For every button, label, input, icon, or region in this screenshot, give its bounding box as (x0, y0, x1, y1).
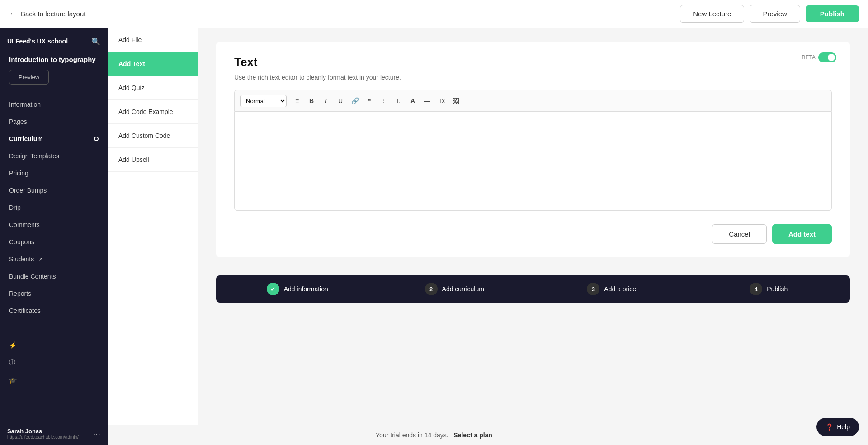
sidebar-item-label: Reports (9, 290, 31, 297)
sidebar-nav-item-students[interactable]: Students ↗ (0, 251, 108, 268)
back-button[interactable]: ← Back to lecture layout (9, 9, 673, 19)
bullet-list-button[interactable]: ⁝ (377, 94, 391, 108)
help-button[interactable]: ❓ Help (816, 418, 859, 436)
quote-button[interactable]: ❝ (363, 94, 376, 108)
sidebar-item-label: Students (9, 256, 34, 263)
content-subtitle: Use the rich text editor to cleanly form… (234, 74, 832, 81)
underline-button[interactable]: U (334, 94, 347, 108)
sidebar-nav-item-bundle-contents[interactable]: Bundle Contents (0, 268, 108, 285)
new-lecture-button[interactable]: New Lecture (680, 5, 744, 23)
step-3-circle: 3 (587, 283, 599, 295)
sidebar-nav-item-drip[interactable]: Drip (0, 199, 108, 216)
step-1-label: Add information (284, 285, 328, 293)
step-2: 2 Add curriculum (376, 283, 533, 295)
format-select[interactable]: Normal Heading 1 Heading 2 Heading 3 Blo… (240, 95, 287, 107)
beta-toggle-switch[interactable] (818, 52, 836, 62)
step-1-circle: ✓ (267, 283, 279, 295)
sidebar-item-label: Information (9, 101, 41, 108)
add-custom-code-item[interactable]: Add Custom Code (108, 124, 198, 148)
sidebar-nav-item-certificates[interactable]: Certificates (0, 302, 108, 319)
step-4: 4 Publish (690, 283, 848, 295)
code-button[interactable]: Tx (435, 94, 448, 108)
sidebar-header: UI Feed's UX school 🔍 (0, 28, 108, 50)
step-2-circle: 2 (425, 283, 438, 295)
step-1: ✓ Add information (219, 283, 376, 295)
step-3-label: Add a price (604, 285, 636, 293)
italic-button[interactable]: I (319, 94, 333, 108)
sidebar-nav-item-comments[interactable]: Comments (0, 216, 108, 233)
preview-button[interactable]: Preview (750, 5, 800, 23)
sidebar-item-label: Bundle Contents (9, 273, 56, 280)
content-area: BETA Text Use the rich text editor to cl… (198, 28, 868, 425)
external-link-icon: ↗ (38, 256, 42, 262)
beta-toggle[interactable]: BETA (802, 52, 836, 62)
sidebar-item-label: Certificates (9, 307, 41, 314)
lightning-icon: ⚡ (9, 341, 17, 349)
sidebar-item-label: Comments (9, 221, 40, 228)
sidebar-nav-item-pricing[interactable]: Pricing (0, 165, 108, 182)
steps-bar: ✓ Add information 2 Add curriculum 3 Add… (216, 275, 850, 303)
sidebar-item-label: Drip (9, 204, 21, 211)
user-name: Sarah Jonas (7, 428, 79, 435)
user-menu-icon[interactable]: ⋯ (93, 430, 100, 438)
editor-body[interactable] (234, 111, 832, 211)
select-plan-link[interactable]: Select a plan (453, 431, 492, 439)
sidebar-nav-item-information[interactable]: Information (0, 96, 108, 113)
align-button[interactable]: ≡ (290, 94, 304, 108)
add-upsell-item[interactable]: Add Upsell (108, 148, 198, 172)
sidebar-nav-help[interactable]: ⓘ (0, 354, 108, 372)
back-arrow-icon: ← (9, 9, 17, 19)
sidebar-item-label: Pages (9, 118, 27, 125)
step-4-label: Publish (767, 285, 788, 293)
card-actions: Cancel Add text (234, 224, 832, 244)
bold-button[interactable]: B (305, 94, 318, 108)
sidebar-item-label: Curriculum (9, 135, 43, 142)
sidebar-preview-button[interactable]: Preview (9, 70, 49, 85)
step-3: 3 Add a price (533, 283, 690, 295)
back-label: Back to lecture layout (21, 10, 85, 18)
numbered-list-button[interactable]: Ⅰ. (392, 94, 405, 108)
add-panel: Add File Add Text Add Quiz Add Code Exam… (108, 28, 198, 425)
sidebar-nav-item-design-templates[interactable]: Design Templates (0, 147, 108, 165)
sidebar: UI Feed's UX school 🔍 Introduction to ty… (0, 28, 108, 425)
step-4-circle: 4 (750, 283, 762, 295)
user-bar: Sarah Jonas https://uifeed.teachable.com… (0, 422, 108, 445)
user-url: https://uifeed.teachable.com/admin/ (7, 435, 79, 440)
cancel-button[interactable]: Cancel (712, 224, 767, 244)
add-file-item[interactable]: Add File (108, 28, 198, 52)
help-label: Help (837, 423, 850, 431)
font-color-button[interactable]: A (406, 94, 420, 108)
main-layout: UI Feed's UX school 🔍 Introduction to ty… (0, 28, 868, 425)
topbar-actions: New Lecture Preview Publish (680, 5, 859, 23)
sidebar-nav-item-curriculum[interactable]: Curriculum (0, 130, 108, 147)
graduation-icon: 🎓 (9, 377, 17, 384)
image-button[interactable]: 🖼 (449, 94, 463, 108)
sidebar-nav-item-reports[interactable]: Reports (0, 285, 108, 302)
sidebar-nav-item-coupons[interactable]: Coupons (0, 233, 108, 251)
sidebar-nav-graduation[interactable]: 🎓 (0, 372, 108, 389)
search-icon[interactable]: 🔍 (91, 37, 100, 46)
active-dot-icon (94, 137, 99, 141)
publish-button[interactable]: Publish (806, 5, 859, 22)
trial-text: Your trial ends in 14 days. (376, 431, 448, 439)
sidebar-item-label: Coupons (9, 238, 34, 246)
sidebar-nav-item-pages[interactable]: Pages (0, 113, 108, 130)
trial-bar: Your trial ends in 14 days. Select a pla… (0, 425, 868, 445)
beta-label: BETA (802, 54, 816, 61)
help-icon: ❓ (826, 423, 833, 431)
sidebar-item-label: Pricing (9, 170, 28, 177)
help-circle-icon: ⓘ (9, 359, 15, 367)
add-text-item[interactable]: Add Text (108, 52, 198, 76)
topbar: ← Back to lecture layout New Lecture Pre… (0, 0, 868, 28)
link-button[interactable]: 🔗 (348, 94, 362, 108)
content-title: Text (234, 55, 832, 69)
add-text-button[interactable]: Add text (772, 224, 832, 244)
hr-button[interactable]: — (420, 94, 434, 108)
sidebar-item-label: Design Templates (9, 152, 59, 160)
user-info: Sarah Jonas https://uifeed.teachable.com… (7, 428, 79, 440)
sidebar-nav-lightning[interactable]: ⚡ (0, 336, 108, 354)
sidebar-course-title: Introduction to typography (0, 50, 108, 67)
add-code-example-item[interactable]: Add Code Example (108, 100, 198, 124)
sidebar-nav-item-order-bumps[interactable]: Order Bumps (0, 182, 108, 199)
add-quiz-item[interactable]: Add Quiz (108, 76, 198, 100)
